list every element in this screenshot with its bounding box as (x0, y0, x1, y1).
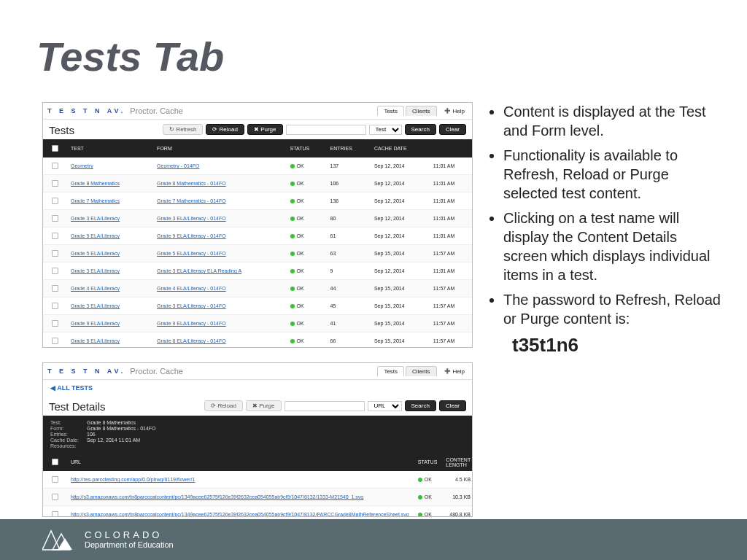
status-dot-icon (290, 199, 295, 203)
col-content-length[interactable]: CONTENT LENGTH (441, 453, 473, 471)
url-link[interactable]: http://s3.amazonaws.com/tn8parcccatconte… (71, 494, 363, 499)
test-link[interactable]: Grade 9 ELA/Literacy (71, 233, 120, 238)
test-link[interactable]: Grade 5 ELA/Literacy (71, 251, 120, 256)
row-checkbox[interactable] (52, 511, 58, 517)
test-link[interactable]: Grade 3 ELA/Literacy (71, 268, 120, 273)
row-checkbox[interactable] (52, 215, 58, 222)
tab-clients[interactable]: Clients (406, 366, 436, 376)
status-dot-icon (290, 182, 295, 186)
row-checkbox[interactable] (52, 268, 58, 274)
bullet-item: Content is displayed at the Test and For… (503, 102, 722, 140)
status-dot-icon (418, 495, 422, 499)
form-link[interactable]: Geometry - 014FO (157, 163, 199, 168)
row-checkbox[interactable] (52, 303, 58, 309)
test-link[interactable]: Grade 3 ELA/Literacy (71, 216, 120, 221)
table-row: GeometryGeometry - 014FOOK137Sep 12, 201… (43, 158, 472, 175)
row-checkbox[interactable] (52, 163, 58, 169)
row-checkbox[interactable] (52, 180, 58, 187)
form-link[interactable]: Grade 8 ELA/Literacy - 014FO (157, 338, 226, 343)
reload-button[interactable]: ⟳ Reload (206, 124, 244, 135)
bullet-item: Clicking on a test name will display the… (503, 209, 722, 284)
tab-clients[interactable]: Clients (406, 106, 436, 116)
purge-button[interactable]: ✖ Purge (247, 124, 283, 135)
details-scope-select[interactable]: URL (368, 401, 402, 411)
test-link[interactable]: Grade 8 ELA/Literacy (71, 338, 120, 343)
search-scope-select[interactable]: Test (369, 125, 402, 135)
form-link[interactable]: Grade 7 Mathematics - 014FO (157, 198, 226, 203)
test-link[interactable]: Grade 3 ELA/Literacy (71, 303, 120, 308)
tab-tests[interactable]: Tests (377, 366, 404, 376)
section-title-tests: Tests (43, 120, 80, 139)
form-link[interactable]: Grade 3 ELA/Literacy - 014FO (157, 303, 226, 308)
col-cache[interactable]: CACHE DATE (370, 139, 429, 158)
row-checkbox[interactable] (52, 320, 58, 327)
status-dot-icon (290, 339, 295, 343)
table-row: Grade 4 ELA/LiteracyGrade 4 ELA/Literacy… (43, 280, 472, 298)
details-purge-button[interactable]: ✖ Purge (246, 400, 282, 411)
product-name: Proctor. Cache (130, 106, 183, 115)
test-detail-block: Test:Grade 8 Mathematics Form:Grade 8 Ma… (43, 416, 472, 453)
url-link[interactable]: http://res-parcctesting.com/app/0.0/phwg… (71, 477, 195, 482)
status-dot-icon (290, 287, 295, 291)
select-all-checkbox[interactable] (52, 145, 58, 152)
form-link[interactable]: Grade 4 ELA/Literacy - 014FO (157, 286, 226, 291)
row-checkbox[interactable] (52, 250, 58, 257)
table-row: Grade 3 ELA/LiteracyGrade 3 ELA/Literacy… (43, 210, 472, 228)
clear-button[interactable]: Clear (439, 124, 466, 135)
status-dot-icon (418, 513, 422, 517)
row-checkbox[interactable] (52, 338, 58, 344)
status-dot-icon (418, 478, 422, 482)
row-checkbox[interactable] (52, 476, 58, 483)
row-checkbox[interactable] (52, 198, 58, 204)
footer-state: COLORADO (85, 530, 174, 540)
tests-table: TEST FORM STATUS ENTRIES CACHE DATE Geom… (43, 139, 472, 348)
table-row: Grade 9 ELA/LiteracyGrade 9 ELA/Literacy… (43, 315, 472, 332)
refresh-button[interactable]: ↻ Refresh (163, 124, 203, 135)
form-link[interactable]: Grade 9 ELA/Literacy - 014FO (157, 233, 226, 238)
row-checkbox[interactable] (52, 285, 58, 292)
status-dot-icon (290, 322, 295, 326)
tests-tab-screenshot: T E S T N AV. Proctor. Cache Tests Clien… (42, 102, 473, 348)
test-link[interactable]: Geometry (71, 163, 93, 168)
back-to-all-tests[interactable]: ◀ ALL TESTS (43, 380, 472, 396)
form-link[interactable]: Grade 8 Mathematics - 014FO (157, 181, 226, 186)
col-entries[interactable]: ENTRIES (326, 139, 370, 158)
search-button[interactable]: Search (405, 124, 436, 135)
bullet-list: Content is displayed at the Test and For… (489, 102, 722, 328)
brand-logo: T E S T N AV. (47, 107, 125, 114)
tab-tests[interactable]: Tests (377, 106, 404, 116)
status-dot-icon (290, 234, 295, 238)
col-form[interactable]: FORM (152, 139, 285, 158)
footer-dept: Department of Education (85, 540, 174, 549)
col-url[interactable]: URL (66, 453, 414, 471)
col-status[interactable]: STATUS (414, 453, 442, 471)
col-status[interactable]: STATUS (286, 139, 326, 158)
form-link[interactable]: Grade 5 ELA/Literacy - 014FO (157, 251, 226, 256)
url-link[interactable]: http://s3.amazonaws.com/tn8parcccatconte… (71, 512, 409, 517)
clear-button[interactable]: Clear (439, 400, 466, 411)
status-dot-icon (290, 269, 295, 273)
search-input[interactable] (286, 125, 366, 135)
details-search-input[interactable] (285, 401, 365, 411)
help-link[interactable]: Help (441, 367, 468, 376)
form-link[interactable]: Grade 3 ELA/Literacy - 014FO (157, 216, 226, 221)
section-title-details: Test Details (43, 396, 112, 416)
row-checkbox[interactable] (52, 233, 58, 239)
form-link[interactable]: Grade 3 ELA/Literacy ELA Reading A (157, 268, 241, 273)
help-link[interactable]: Help (441, 106, 468, 116)
search-button[interactable]: Search (405, 400, 436, 411)
details-reload-button[interactable]: ⟳ Reload (204, 400, 243, 411)
select-all-urls-checkbox[interactable] (52, 459, 58, 465)
col-test[interactable]: TEST (66, 139, 152, 158)
test-link[interactable]: Grade 4 ELA/Literacy (71, 286, 120, 291)
svg-marker-2 (58, 538, 72, 550)
test-link[interactable]: Grade 8 Mathematics (71, 181, 120, 186)
form-link[interactable]: Grade 9 ELA/Literacy - 014FO (157, 321, 226, 326)
test-link[interactable]: Grade 9 ELA/Literacy (71, 321, 120, 326)
test-link[interactable]: Grade 7 Mathematics (71, 198, 120, 203)
table-row: http://s3.amazonaws.com/tn8parcccatconte… (43, 506, 473, 518)
row-checkbox[interactable] (52, 494, 58, 500)
cde-logo-icon (42, 528, 76, 551)
table-row: Grade 8 ELA/LiteracyGrade 8 ELA/Literacy… (43, 332, 472, 349)
table-row: Grade 3 ELA/LiteracyGrade 3 ELA/Literacy… (43, 262, 472, 280)
